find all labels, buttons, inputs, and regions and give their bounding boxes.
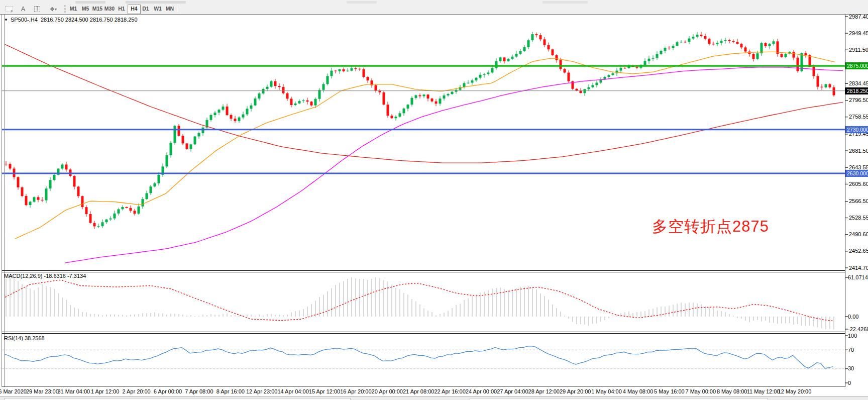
candlestick — [527, 40, 530, 47]
candlestick — [644, 61, 646, 65]
candlestick — [306, 101, 309, 102]
candlestick — [234, 119, 237, 121]
candlestick — [302, 101, 305, 101]
candlestick — [110, 219, 112, 220]
candlestick — [435, 102, 438, 104]
candlestick — [49, 180, 52, 188]
candlestick — [423, 94, 425, 96]
rsi-line — [5, 346, 833, 368]
candlestick — [664, 48, 667, 51]
candlestick — [202, 128, 204, 133]
candlestick — [419, 95, 421, 96]
chart-canvas[interactable] — [0, 0, 868, 400]
candlestick — [584, 89, 586, 93]
candlestick — [286, 93, 289, 99]
candlestick — [238, 118, 241, 121]
candlestick — [274, 81, 277, 86]
candlestick — [519, 51, 522, 54]
candlestick — [194, 136, 196, 144]
price-tick-label: 2528.550 — [849, 215, 868, 221]
time-tick-label: 2 Apr 20:00 — [122, 388, 150, 394]
candlestick — [118, 209, 120, 213]
candlestick — [335, 71, 337, 71]
candlestick — [544, 39, 546, 45]
candlestick — [539, 35, 542, 39]
candlestick — [588, 87, 590, 89]
candlestick — [5, 164, 8, 164]
candlestick — [77, 186, 80, 196]
candlestick — [483, 74, 486, 74]
candlestick — [154, 183, 156, 186]
candlestick — [773, 41, 775, 44]
rsi-axis-label: 70 — [848, 347, 854, 353]
candlestick — [576, 89, 578, 90]
time-tick-label: 24 Apr 00:00 — [466, 388, 497, 394]
candlestick — [407, 105, 409, 109]
candlestick — [503, 57, 506, 61]
candlestick — [375, 85, 377, 90]
price-tick-label: 2758.550 — [849, 114, 868, 120]
price-badge: 2730.000 — [845, 126, 868, 133]
candlestick — [752, 54, 755, 59]
time-tick-label: 16 Apr 20:00 — [340, 388, 371, 394]
candlestick — [471, 80, 474, 82]
price-badge: 2818.250 — [845, 87, 868, 94]
candlestick — [170, 143, 172, 155]
candlestick — [744, 47, 747, 51]
candlestick — [21, 187, 24, 196]
candlestick — [708, 39, 711, 44]
candlestick — [65, 164, 68, 169]
candlestick — [415, 95, 417, 98]
candlestick — [367, 77, 369, 80]
candlestick — [736, 42, 739, 44]
candlestick — [359, 69, 361, 69]
price-badge: 2875.000 — [845, 62, 868, 69]
candlestick — [158, 175, 160, 183]
time-tick-label: 22 Apr 16:00 — [434, 388, 465, 394]
time-tick-label: 31 Mar 04:00 — [57, 388, 90, 394]
candlestick — [174, 126, 176, 143]
candlestick — [230, 115, 233, 119]
candlestick — [347, 71, 349, 71]
time-tick-label: 27 Apr 04:00 — [497, 388, 528, 394]
candlestick — [680, 42, 683, 42]
candlestick — [523, 47, 526, 51]
candlestick — [620, 68, 622, 71]
candlestick — [222, 107, 225, 110]
candlestick — [700, 35, 703, 36]
time-tick-label: 21 Apr 08:00 — [403, 388, 434, 394]
symbol-dropdown-icon[interactable]: ▼ — [4, 18, 8, 22]
candlestick — [479, 75, 482, 78]
candlestick — [266, 87, 269, 89]
candlestick — [122, 207, 124, 209]
candlestick — [548, 45, 550, 50]
candlestick — [740, 44, 743, 47]
candlestick — [391, 116, 393, 118]
trading-chart-window: F A T ❖ ▾ M1M5M15M30H1H4D1W1MN ▼ SP500-,… — [0, 0, 868, 400]
candlestick — [568, 72, 570, 81]
candlestick — [531, 34, 534, 40]
candlestick — [85, 207, 88, 214]
candlestick — [495, 61, 498, 68]
candlestick — [142, 199, 144, 207]
candlestick — [226, 107, 229, 115]
time-tick-label: 14 Apr 04:00 — [277, 388, 308, 394]
candlestick — [451, 92, 454, 94]
candlestick — [403, 109, 405, 113]
candlestick — [817, 76, 819, 86]
time-tick-label: 7 Apr 08:00 — [185, 388, 213, 394]
candlestick — [821, 87, 823, 87]
candlestick — [318, 90, 321, 99]
candlestick — [242, 115, 245, 118]
candlestick — [499, 57, 502, 61]
time-tick-label: 8 Apr 16:00 — [216, 388, 245, 394]
candlestick — [833, 87, 835, 95]
candlestick — [105, 220, 108, 223]
candlestick — [97, 226, 100, 227]
candlestick — [765, 43, 767, 46]
candlestick — [258, 93, 261, 98]
candlestick — [138, 207, 140, 214]
candlestick — [592, 85, 594, 87]
candlestick — [254, 98, 257, 106]
candlestick — [150, 186, 152, 193]
